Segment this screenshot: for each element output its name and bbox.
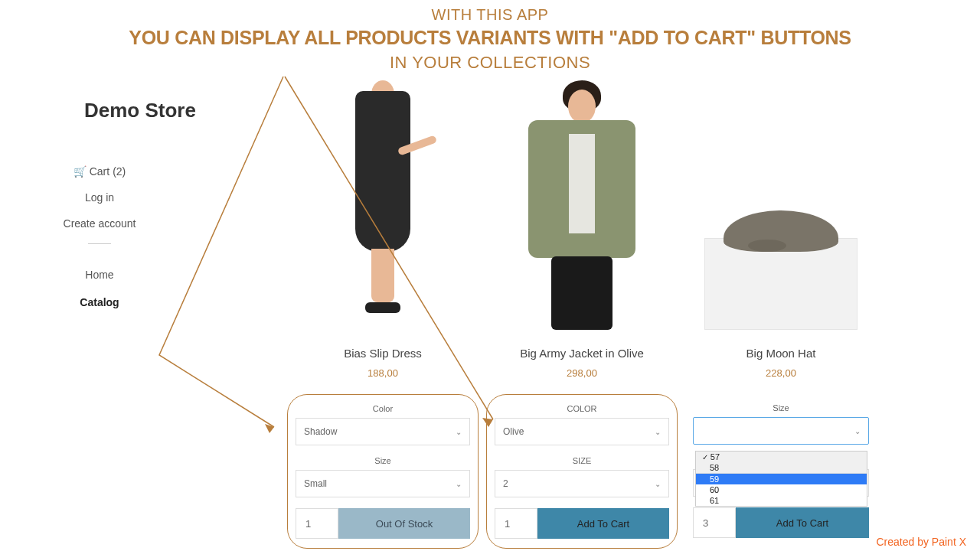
product-price: 298,00 — [567, 367, 597, 379]
color-label: Color — [296, 404, 470, 413]
size-select[interactable]: ⌄ 57 58 59 60 61 — [693, 417, 869, 445]
sidebar-divider — [88, 243, 111, 244]
quantity-input[interactable]: 1 — [296, 508, 338, 539]
variant-panel: Color Shadow ⌄ Size Small ⌄ 1 Out Of Sto… — [287, 394, 479, 549]
size-label: Size — [296, 456, 470, 465]
size-dropdown: 57 58 59 60 61 — [695, 451, 867, 507]
color-label: COLOR — [495, 404, 669, 413]
promo-line-3: IN YOUR COLLECTIONS — [0, 53, 980, 73]
cart-count: (2) — [113, 165, 126, 178]
product-price: 228,00 — [766, 367, 796, 379]
color-value: Olive — [503, 426, 524, 437]
variant-panel: COLOR Olive ⌄ SIZE 2 ⌄ 1 Add To Cart — [486, 394, 678, 549]
chevron-down-icon: ⌄ — [655, 428, 661, 436]
product-title[interactable]: Big Moon Hat — [746, 347, 816, 360]
color-select[interactable]: Olive ⌄ — [495, 418, 669, 445]
size-option[interactable]: 58 — [696, 462, 867, 473]
color-select[interactable]: Shadow ⌄ — [296, 418, 470, 445]
quantity-input[interactable]: 3 — [693, 507, 736, 538]
sidebar-login-link[interactable]: Log in — [0, 191, 199, 204]
out-of-stock-button: Out Of Stock — [338, 508, 470, 539]
promo-header: WITH THIS APP YOU CAN DISPLAY ALL PRODUC… — [0, 0, 980, 73]
size-value: 2 — [503, 478, 508, 489]
sidebar-create-account-link[interactable]: Create account — [0, 217, 199, 230]
size-option[interactable]: 59 — [696, 474, 867, 484]
cart-label: Cart — [90, 165, 109, 178]
size-option[interactable]: 57 — [696, 452, 867, 462]
product-grid: Bias Slip Dress 188,00 Color Shadow ⌄ Si… — [199, 73, 873, 549]
product-image[interactable] — [490, 73, 674, 330]
product-card: Big Army Jacket in Olive 298,00 COLOR Ol… — [490, 73, 674, 549]
cart-icon: 🛒 — [74, 165, 87, 178]
credit-label: Created by Paint X — [876, 536, 966, 548]
chevron-down-icon: ⌄ — [655, 480, 661, 488]
size-option[interactable]: 61 — [696, 495, 867, 506]
size-select[interactable]: Small ⌄ — [296, 470, 470, 497]
chevron-down-icon: ⌄ — [456, 480, 462, 488]
size-label: Size — [693, 403, 869, 412]
product-card: Bias Slip Dress 188,00 Color Shadow ⌄ Si… — [291, 73, 475, 549]
chevron-down-icon: ⌄ — [854, 427, 861, 435]
product-title[interactable]: Bias Slip Dress — [344, 347, 422, 360]
size-value: Small — [304, 478, 327, 489]
sidebar-nav-catalog[interactable]: Catalog — [0, 296, 199, 308]
add-to-cart-button[interactable]: Add To Cart — [537, 508, 669, 539]
color-value: Shadow — [304, 426, 337, 437]
promo-line-2: YOU CAN DISPLAY ALL PRODUCTS VARIANTS WI… — [0, 27, 980, 49]
size-label: SIZE — [495, 456, 669, 465]
promo-line-1: WITH THIS APP — [0, 6, 980, 24]
size-option[interactable]: 60 — [696, 484, 867, 495]
product-image[interactable] — [689, 73, 873, 330]
product-title[interactable]: Big Army Jacket in Olive — [520, 347, 644, 360]
add-to-cart-button[interactable]: Add To Cart — [736, 507, 869, 538]
product-price: 188,00 — [368, 367, 398, 379]
size-select[interactable]: 2 ⌄ — [495, 470, 669, 497]
sidebar-nav-home[interactable]: Home — [0, 269, 199, 281]
variant-panel: Size ⌄ 57 58 59 60 61 Color — [685, 394, 877, 547]
chevron-down-icon: ⌄ — [456, 428, 462, 436]
sidebar: Demo Store 🛒 Cart (2) Log in Create acco… — [0, 73, 199, 549]
sidebar-cart-link[interactable]: 🛒 Cart (2) — [0, 165, 199, 178]
store-title: Demo Store — [84, 99, 199, 122]
quantity-input[interactable]: 1 — [495, 508, 537, 539]
product-image[interactable] — [291, 73, 475, 330]
product-card: Big Moon Hat 228,00 Size ⌄ 57 58 59 60 6… — [689, 73, 873, 549]
